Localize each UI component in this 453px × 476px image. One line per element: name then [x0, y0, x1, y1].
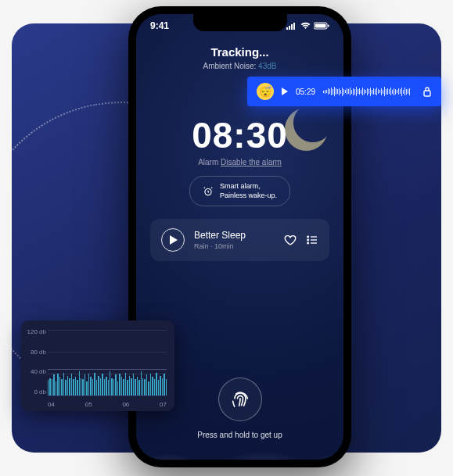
- audio-play-button[interactable]: [282, 88, 288, 95]
- alarm-time: 08:30: [136, 114, 343, 156]
- svg-rect-6: [328, 25, 329, 27]
- noise-value: 43dB: [258, 62, 276, 70]
- smart-line2: Painless wake-up.: [220, 191, 277, 201]
- svg-rect-14: [424, 91, 430, 96]
- audio-waveform[interactable]: [323, 85, 415, 98]
- heart-icon[interactable]: [284, 234, 297, 246]
- sleep-emoji-icon: 😴: [257, 83, 274, 100]
- audio-time: 05:29: [296, 88, 315, 96]
- play-icon: [170, 235, 178, 245]
- play-button[interactable]: [161, 228, 185, 252]
- alarm-line: Alarm Disable the alarm: [136, 158, 343, 166]
- alarm-clock-icon: [203, 186, 214, 197]
- chart-plot: [48, 330, 167, 395]
- svg-rect-3: [293, 23, 295, 30]
- wifi-icon: [300, 22, 311, 30]
- battery-icon: [314, 22, 329, 30]
- smart-alarm-text: Smart alarm, Painless wake-up.: [220, 182, 277, 200]
- disable-alarm-link[interactable]: Disable the alarm: [221, 158, 282, 166]
- noise-label: Ambient Noise:: [203, 62, 257, 70]
- lock-icon: [422, 86, 432, 97]
- phone-notch: [193, 14, 287, 31]
- svg-rect-1: [289, 26, 290, 30]
- noise-chart-overlay: 120 db80 db40 db0 db 04050607: [21, 320, 174, 411]
- tracking-header: Tracking... Ambient Noise: 43dB: [136, 45, 343, 70]
- smart-alarm-pill[interactable]: Smart alarm, Painless wake-up.: [189, 176, 290, 206]
- track-info: Better Sleep Rain · 10min: [194, 230, 275, 250]
- track-subtitle: Rain · 10min: [194, 242, 275, 250]
- ambient-noise: Ambient Noise: 43dB: [136, 62, 343, 70]
- track-actions: [284, 234, 318, 246]
- svg-point-10: [307, 239, 309, 241]
- smart-line1: Smart alarm,: [220, 182, 277, 191]
- chart-trend-line: [48, 369, 167, 370]
- playlist-icon[interactable]: [306, 234, 318, 246]
- track-title: Better Sleep: [194, 230, 275, 241]
- fingerprint-button[interactable]: [218, 378, 262, 421]
- chart-y-axis: 120 db80 db40 db0 db: [26, 328, 46, 395]
- clouds-decor: [136, 428, 343, 460]
- svg-rect-0: [286, 27, 288, 30]
- page-title: Tracking...: [136, 45, 343, 59]
- svg-rect-2: [291, 24, 293, 30]
- chart-x-axis: 04050607: [48, 401, 167, 408]
- sound-track-card[interactable]: Better Sleep Rain · 10min: [150, 219, 329, 261]
- status-time: 9:41: [150, 20, 169, 31]
- alarm-label: Alarm: [198, 158, 218, 166]
- svg-rect-5: [315, 24, 326, 28]
- svg-point-12: [307, 242, 309, 244]
- svg-point-8: [307, 236, 309, 238]
- audio-clip-overlay[interactable]: 😴 05:29: [247, 77, 441, 106]
- fingerprint-icon: [229, 388, 251, 410]
- signal-icon: [286, 22, 297, 30]
- play-icon: [282, 88, 288, 95]
- status-icons: [286, 20, 329, 31]
- chart-bars: [48, 330, 167, 395]
- clock-section: 08:30 Alarm Disable the alarm Smart alar…: [136, 114, 343, 206]
